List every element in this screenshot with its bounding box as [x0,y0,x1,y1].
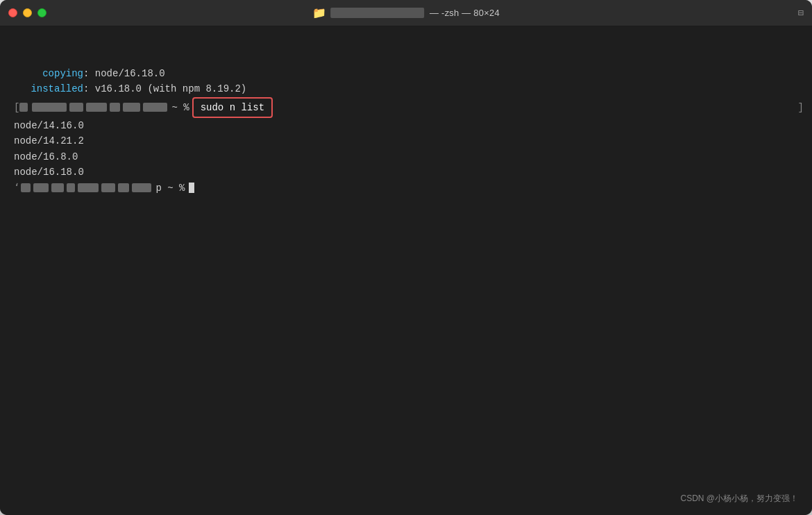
title-bar: 📁 ████████ — -zsh — 80×24 ⊟ [0,0,812,26]
installed-line: installed : v16.18.0 (with npm 8.19.2) [14,81,798,96]
traffic-lights [8,8,46,17]
blur-f6 [101,183,115,192]
blur-4 [86,103,107,112]
minimize-button[interactable] [23,8,32,17]
blur-6 [123,103,140,112]
copying-line: copying : node/16.18.0 [14,66,798,81]
installed-value: : v16.18.0 (with npm 8.19.2) [83,81,246,96]
blur-5 [110,103,120,112]
copying-value: : node/16.18.0 [83,66,165,81]
blur-f8 [132,183,151,192]
node-line-3: node/16.8.0 [14,149,798,164]
prompt-line-final: ʻ p ~ % [14,180,798,196]
right-bracket: ] [798,100,804,115]
node-line-1: node/14.16.0 [14,118,798,133]
cursor [189,183,194,193]
blur-3 [69,103,83,112]
terminal-body[interactable]: copying : node/16.18.0 installed : v16.1… [0,26,812,515]
empty-line-2 [14,50,798,65]
split-pane-icon: ⊟ [798,8,804,19]
blur-f1 [21,183,31,192]
terminal-window: 📁 ████████ — -zsh — 80×24 ⊟ copying : no… [0,0,812,515]
blur-f5 [78,183,99,192]
title-bar-center: 📁 ████████ — -zsh — 80×24 [312,6,500,20]
node-version-4: node/16.18.0 [14,164,84,180]
maximize-button[interactable] [37,8,46,17]
highlighted-command: sudo n list [192,97,273,118]
prompt-line-1: [ ~ % sudo n list ] [14,97,798,118]
node-version-3: node/16.8.0 [14,149,78,164]
watermark: CSDN @小杨小杨，努力变强！ [680,492,798,505]
folder-icon: 📁 [312,6,326,20]
blur-f7 [118,183,129,192]
node-line-4: node/16.18.0 [14,164,798,180]
empty-line-1 [14,35,798,50]
installed-label: installed [14,81,83,96]
blur-f4 [67,183,75,192]
blur-1 [19,103,28,112]
blur-7 [143,103,167,112]
copying-label: copying [14,66,83,81]
node-version-1: node/14.16.0 [14,118,84,133]
close-button[interactable] [8,8,17,17]
title-text-value: — -zsh — 80×24 [430,8,500,18]
node-version-2: node/14.21.2 [14,133,84,149]
node-line-2: node/14.21.2 [14,133,798,149]
blur-2 [32,103,67,112]
window-title: ████████ — -zsh — 80×24 [330,8,500,18]
split-icon[interactable]: ⊟ [798,7,804,19]
blur-f2 [33,183,49,192]
blur-f3 [51,183,64,192]
